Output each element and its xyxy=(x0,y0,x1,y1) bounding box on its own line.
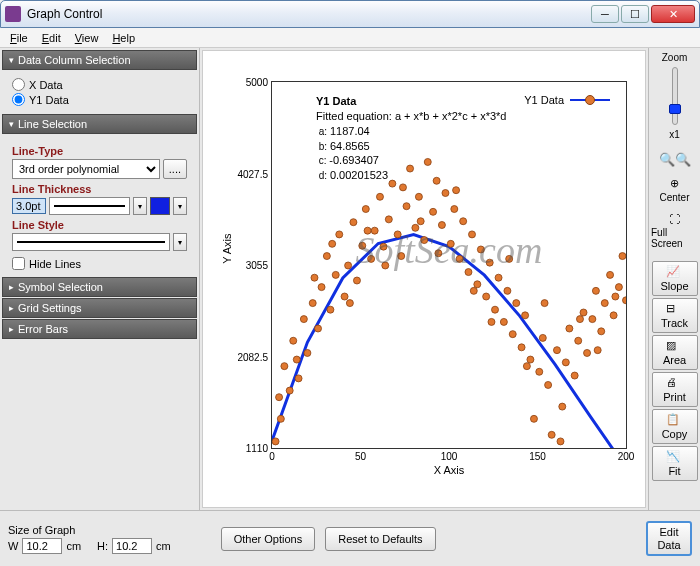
menu-edit[interactable]: Edit xyxy=(36,30,67,46)
svg-point-65 xyxy=(562,359,569,366)
svg-point-49 xyxy=(492,306,499,313)
svg-point-31 xyxy=(412,224,419,231)
svg-point-2 xyxy=(281,363,288,370)
fit-button[interactable]: 📉Fit xyxy=(652,446,698,481)
radio-xdata[interactable] xyxy=(12,78,25,91)
chart-area: Y Axis Y1 Data Fitted equation: a + x*b … xyxy=(202,50,646,508)
center-label: Center xyxy=(659,192,689,203)
panel-line-selection[interactable]: ▾Line Selection xyxy=(2,114,197,134)
svg-point-28 xyxy=(398,253,405,260)
svg-point-0 xyxy=(272,438,279,445)
svg-point-17 xyxy=(350,219,357,226)
svg-point-52 xyxy=(504,287,511,294)
panel-error-bars[interactable]: ▸Error Bars xyxy=(2,319,197,339)
svg-point-87 xyxy=(399,184,406,191)
zoom-slider[interactable] xyxy=(672,67,678,125)
edit-data-button[interactable]: Edit Data xyxy=(646,521,692,555)
legend-entry: Y1 Data xyxy=(524,94,610,106)
x-axis-label: X Axis xyxy=(434,464,465,476)
track-icon: ⊟ xyxy=(666,302,684,316)
svg-point-93 xyxy=(506,255,513,262)
svg-point-82 xyxy=(311,274,318,281)
svg-point-11 xyxy=(323,253,330,260)
svg-point-80 xyxy=(276,394,283,401)
color-dropdown[interactable]: ▾ xyxy=(173,197,187,215)
svg-point-56 xyxy=(522,312,529,319)
svg-point-92 xyxy=(488,318,495,325)
height-input[interactable] xyxy=(112,538,152,554)
svg-point-75 xyxy=(607,271,614,278)
menu-help[interactable]: Help xyxy=(106,30,141,46)
w-unit: cm xyxy=(66,540,81,552)
svg-point-18 xyxy=(353,277,360,284)
center-icon[interactable]: ⊕ xyxy=(670,177,679,190)
svg-point-22 xyxy=(371,227,378,234)
other-options-button[interactable]: Other Options xyxy=(221,527,315,551)
copy-button[interactable]: 📋Copy xyxy=(652,409,698,444)
minimize-button[interactable]: ─ xyxy=(591,5,619,23)
svg-point-88 xyxy=(417,218,424,225)
svg-point-71 xyxy=(589,316,596,323)
thickness-dropdown[interactable]: ▾ xyxy=(133,197,147,215)
svg-point-86 xyxy=(382,262,389,269)
svg-point-40 xyxy=(451,206,458,213)
svg-point-91 xyxy=(470,287,477,294)
svg-point-76 xyxy=(610,312,617,319)
label-xdata: X Data xyxy=(29,79,63,91)
slope-button[interactable]: 📈Slope xyxy=(652,261,698,296)
svg-point-27 xyxy=(394,231,401,238)
size-label: Size of Graph xyxy=(8,524,171,536)
panel-data-column[interactable]: ▾Data Column Selection xyxy=(2,50,197,70)
svg-point-19 xyxy=(359,242,366,249)
h-unit: cm xyxy=(156,540,171,552)
svg-point-10 xyxy=(318,284,325,291)
panel-symbol-selection[interactable]: ▸Symbol Selection xyxy=(2,277,197,297)
svg-point-98 xyxy=(594,347,601,354)
svg-point-32 xyxy=(415,193,422,200)
plot[interactable]: Y1 Data Fitted equation: a + x*b + x*2*c… xyxy=(271,81,627,449)
print-button[interactable]: 🖨Print xyxy=(652,372,698,407)
thickness-preview xyxy=(49,197,130,215)
fullscreen-icon[interactable]: ⛶ xyxy=(669,213,680,225)
sidebar: ▾Data Column Selection X Data Y1 Data ▾L… xyxy=(0,48,200,510)
maximize-button[interactable]: ☐ xyxy=(621,5,649,23)
fit-legend: Y1 Data Fitted equation: a + x*b + x*2*c… xyxy=(316,94,507,183)
svg-point-59 xyxy=(536,368,543,375)
style-dropdown[interactable]: ▾ xyxy=(173,233,187,251)
area-button[interactable]: ▨Area xyxy=(652,335,698,370)
svg-point-70 xyxy=(584,349,591,356)
input-thickness[interactable] xyxy=(12,198,46,214)
panel-grid-settings[interactable]: ▸Grid Settings xyxy=(2,298,197,318)
select-line-type[interactable]: 3rd order polynomial xyxy=(12,159,160,179)
svg-point-85 xyxy=(364,227,371,234)
print-icon: 🖨 xyxy=(666,376,684,390)
zoom-icons[interactable]: 🔍🔍 xyxy=(659,152,691,167)
svg-point-29 xyxy=(403,203,410,210)
track-button[interactable]: ⊟Track xyxy=(652,298,698,333)
svg-point-62 xyxy=(548,431,555,438)
menu-file[interactable]: File xyxy=(4,30,34,46)
checkbox-hide-lines[interactable] xyxy=(12,257,25,270)
svg-point-25 xyxy=(385,216,392,223)
h-label: H: xyxy=(97,540,108,552)
svg-point-61 xyxy=(545,381,552,388)
line-type-more-button[interactable]: .... xyxy=(163,159,187,179)
fit-icon: 📉 xyxy=(666,450,684,464)
close-button[interactable]: ✕ xyxy=(651,5,695,23)
svg-point-50 xyxy=(495,274,502,281)
width-input[interactable] xyxy=(22,538,62,554)
svg-point-6 xyxy=(300,316,307,323)
svg-point-37 xyxy=(438,222,445,229)
svg-point-24 xyxy=(380,243,387,250)
radio-y1data[interactable] xyxy=(12,93,25,106)
svg-point-41 xyxy=(456,255,463,262)
svg-point-53 xyxy=(509,331,516,338)
panel-line-selection-body: Line-Type 3rd order polynomial .... Line… xyxy=(2,135,197,276)
svg-point-73 xyxy=(598,328,605,335)
reset-defaults-button[interactable]: Reset to Defaults xyxy=(325,527,435,551)
svg-point-23 xyxy=(376,193,383,200)
menu-view[interactable]: View xyxy=(69,30,105,46)
svg-point-51 xyxy=(500,318,507,325)
legend-marker-icon xyxy=(570,99,610,101)
color-swatch[interactable] xyxy=(150,197,170,215)
